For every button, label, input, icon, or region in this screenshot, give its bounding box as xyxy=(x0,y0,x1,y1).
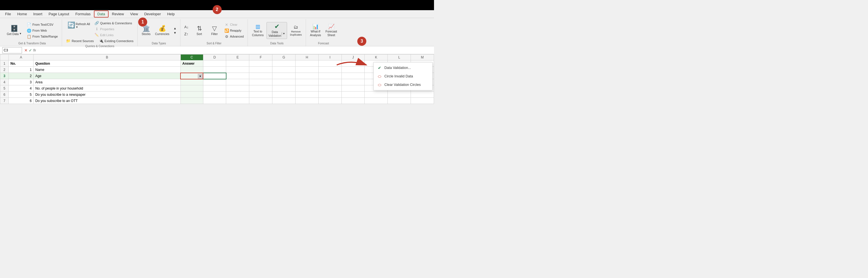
formula-cancel-icon[interactable]: ✕ xyxy=(24,48,28,53)
cell-i7[interactable] xyxy=(318,98,341,104)
menu-data[interactable]: Data xyxy=(94,10,108,18)
cell-h2[interactable] xyxy=(295,67,318,73)
cell-m7[interactable] xyxy=(411,98,434,104)
cell-k7[interactable] xyxy=(365,98,388,104)
text-to-columns-button[interactable]: ▥ Text to Columns xyxy=(250,23,265,38)
cell-k6[interactable] xyxy=(365,91,388,98)
cell-e3[interactable] xyxy=(226,73,249,79)
cell-f2[interactable] xyxy=(249,67,272,73)
cell-f1[interactable] xyxy=(249,60,272,67)
cell-h5[interactable] xyxy=(295,85,318,91)
cell-f6[interactable] xyxy=(249,91,272,98)
cell-a1[interactable]: No. xyxy=(9,60,34,67)
cell-l6[interactable] xyxy=(388,91,411,98)
cell-d3[interactable] xyxy=(203,73,226,79)
cell-g1[interactable] xyxy=(272,60,296,67)
cell-j6[interactable] xyxy=(341,91,365,98)
get-data-button[interactable]: 🗄️ Get Data ▼ xyxy=(4,24,24,37)
circle-invalid-data-item[interactable]: ⬭ Circle Invalid Data xyxy=(374,72,432,81)
cell-a7[interactable]: 6 xyxy=(9,98,34,104)
menu-review[interactable]: Review xyxy=(109,11,127,17)
cell-j4[interactable] xyxy=(341,79,365,85)
col-a-header[interactable]: A xyxy=(9,55,34,60)
formula-input[interactable] xyxy=(38,48,432,53)
cell-i3[interactable] xyxy=(318,73,341,79)
cell-d6[interactable] xyxy=(203,91,226,98)
currencies-button[interactable]: 💰 Currencies xyxy=(153,24,171,37)
sort-za-button[interactable]: Z↑ xyxy=(183,31,191,37)
cell-e2[interactable] xyxy=(226,67,249,73)
col-b-header[interactable]: B xyxy=(34,55,181,60)
cell-b3[interactable]: Age xyxy=(34,73,181,79)
advanced-button[interactable]: ⚙ Advanced xyxy=(223,34,246,39)
col-m-header[interactable]: M xyxy=(411,55,434,60)
cell-d5[interactable] xyxy=(203,85,226,91)
cell-d1[interactable] xyxy=(203,60,226,67)
cell-i4[interactable] xyxy=(318,79,341,85)
data-validation-arrow[interactable]: ▼ xyxy=(282,32,285,35)
data-type-down[interactable]: ▼ xyxy=(172,31,178,35)
col-c-header[interactable]: C xyxy=(181,55,203,60)
what-if-analysis-button[interactable]: 📊 What-If Analysis xyxy=(308,23,322,38)
col-d-header[interactable]: D xyxy=(203,55,226,60)
cell-h4[interactable] xyxy=(295,79,318,85)
cell-e7[interactable] xyxy=(226,98,249,104)
formula-function-icon[interactable]: fx xyxy=(33,48,36,52)
cell-d4[interactable] xyxy=(203,79,226,85)
remove-duplicates-button[interactable]: 🗂 RemoveDuplicates xyxy=(288,24,304,37)
cell-f7[interactable] xyxy=(249,98,272,104)
cell-d7[interactable] xyxy=(203,98,226,104)
sort-button[interactable]: ⇅ Sort xyxy=(192,24,207,37)
cell-c3-active[interactable]: ▼ xyxy=(181,73,203,79)
cell-c5[interactable] xyxy=(181,85,203,91)
cell-b2[interactable]: Name xyxy=(34,67,181,73)
cell-g7[interactable] xyxy=(272,98,296,104)
cell-b4[interactable]: Area xyxy=(34,79,181,85)
col-f-header[interactable]: F xyxy=(249,55,272,60)
cell-g3[interactable] xyxy=(272,73,296,79)
menu-insert[interactable]: Insert xyxy=(30,11,45,17)
filter-button[interactable]: ▽ Filter xyxy=(208,24,222,37)
edit-links-button[interactable]: ✏️ Edit Links xyxy=(93,32,134,37)
menu-help[interactable]: Help xyxy=(164,11,178,17)
properties-button[interactable]: ℹ Properties xyxy=(93,26,134,32)
menu-formulas[interactable]: Formulas xyxy=(72,11,93,17)
cell-j7[interactable] xyxy=(341,98,365,104)
cell-i5[interactable] xyxy=(318,85,341,91)
cell-g2[interactable] xyxy=(272,67,296,73)
reapply-button[interactable]: 🔁 Reapply xyxy=(223,28,246,33)
col-h-header[interactable]: H xyxy=(295,55,318,60)
col-e-header[interactable]: E xyxy=(226,55,249,60)
existing-connections-button[interactable]: 🔌 Existing Connections xyxy=(97,38,135,44)
cell-c7[interactable] xyxy=(181,98,203,104)
formula-confirm-icon[interactable]: ✓ xyxy=(29,48,32,53)
cell-e1[interactable] xyxy=(226,60,249,67)
menu-developer[interactable]: Developer xyxy=(141,11,163,17)
menu-page-layout[interactable]: Page Layout xyxy=(46,11,72,17)
cell-h7[interactable] xyxy=(295,98,318,104)
cell-g4[interactable] xyxy=(272,79,296,85)
data-validation-menu-item[interactable]: ✔ Data Validation... xyxy=(374,63,432,72)
cell-f4[interactable] xyxy=(249,79,272,85)
menu-view[interactable]: View xyxy=(127,11,141,17)
cell-b7[interactable]: Do you subscribe to an OTT xyxy=(34,98,181,104)
data-type-up[interactable]: ▲ xyxy=(172,26,178,30)
cell-j5[interactable] xyxy=(341,85,365,91)
refresh-all-button[interactable]: 🔄 Refresh All ▼ xyxy=(66,20,92,30)
recent-sources-button[interactable]: 📁 Recent Sources xyxy=(64,38,95,44)
cell-reference-input[interactable] xyxy=(2,47,22,53)
cell-h1[interactable] xyxy=(295,60,318,67)
cell-m6[interactable] xyxy=(411,91,434,98)
from-web-button[interactable]: 🌐 From Web xyxy=(25,28,60,33)
forecast-sheet-button[interactable]: 📈 Forecast Sheet xyxy=(324,23,339,38)
cell-e6[interactable] xyxy=(226,91,249,98)
dropdown-arrow[interactable]: ▼ xyxy=(198,74,203,79)
cell-a4[interactable]: 3 xyxy=(9,79,34,85)
cell-a3[interactable]: 2 xyxy=(9,73,34,79)
cell-j3[interactable] xyxy=(341,73,365,79)
cell-f3[interactable] xyxy=(249,73,272,79)
cell-c1[interactable]: Answer xyxy=(181,60,203,67)
cell-i6[interactable] xyxy=(318,91,341,98)
from-table-range-button[interactable]: 📋 From Table/Range xyxy=(25,34,60,39)
cell-a5[interactable]: 4 xyxy=(9,85,34,91)
